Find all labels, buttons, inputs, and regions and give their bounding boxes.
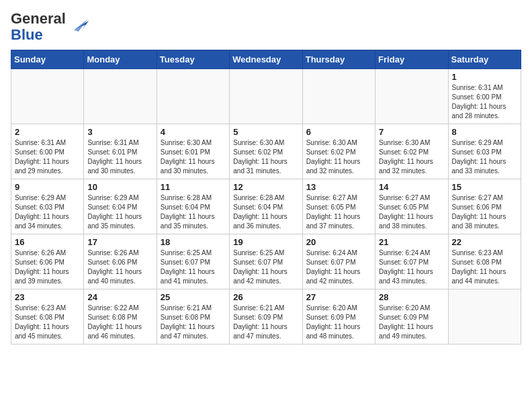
weekday-header-sunday: Sunday	[11, 50, 84, 69]
day-info: Sunrise: 6:27 AM Sunset: 6:05 PM Dayligh…	[306, 193, 371, 231]
day-number: 4	[161, 127, 226, 137]
day-number: 8	[452, 127, 517, 137]
day-info: Sunrise: 6:20 AM Sunset: 6:09 PM Dayligh…	[379, 304, 444, 341]
calendar-day-cell: 11Sunrise: 6:28 AM Sunset: 6:04 PM Dayli…	[157, 179, 229, 234]
calendar-day-cell: 4Sunrise: 6:30 AM Sunset: 6:01 PM Daylig…	[157, 124, 229, 179]
day-info: Sunrise: 6:23 AM Sunset: 6:08 PM Dayligh…	[15, 304, 80, 341]
day-info: Sunrise: 6:29 AM Sunset: 6:03 PM Dayligh…	[15, 193, 80, 231]
day-info: Sunrise: 6:25 AM Sunset: 6:07 PM Dayligh…	[161, 248, 226, 286]
day-number: 21	[379, 237, 444, 247]
calendar-day-cell: 23Sunrise: 6:23 AM Sunset: 6:08 PM Dayli…	[11, 289, 84, 345]
calendar-day-cell: 16Sunrise: 6:26 AM Sunset: 6:06 PM Dayli…	[11, 234, 84, 289]
day-info: Sunrise: 6:21 AM Sunset: 6:09 PM Dayligh…	[233, 304, 298, 341]
day-number: 5	[233, 127, 298, 137]
calendar-empty-cell	[375, 69, 448, 124]
day-number: 18	[161, 237, 226, 247]
weekday-header-saturday: Saturday	[448, 50, 521, 69]
weekday-header-tuesday: Tuesday	[157, 50, 229, 69]
calendar-day-cell: 19Sunrise: 6:25 AM Sunset: 6:07 PM Dayli…	[230, 234, 302, 289]
day-info: Sunrise: 6:28 AM Sunset: 6:04 PM Dayligh…	[233, 193, 298, 231]
day-number: 10	[87, 182, 152, 192]
day-info: Sunrise: 6:31 AM Sunset: 6:01 PM Dayligh…	[87, 138, 152, 176]
day-info: Sunrise: 6:24 AM Sunset: 6:07 PM Dayligh…	[306, 248, 371, 286]
calendar-empty-cell	[84, 69, 157, 124]
day-info: Sunrise: 6:29 AM Sunset: 6:03 PM Dayligh…	[452, 138, 517, 176]
calendar-empty-cell	[157, 69, 229, 124]
day-info: Sunrise: 6:27 AM Sunset: 6:05 PM Dayligh…	[379, 193, 444, 231]
calendar-day-cell: 7Sunrise: 6:30 AM Sunset: 6:02 PM Daylig…	[375, 124, 448, 179]
calendar-day-cell: 9Sunrise: 6:29 AM Sunset: 6:03 PM Daylig…	[11, 179, 84, 234]
calendar-table: SundayMondayTuesdayWednesdayThursdayFrid…	[11, 50, 521, 345]
day-number: 25	[161, 292, 226, 302]
calendar-day-cell: 21Sunrise: 6:24 AM Sunset: 6:07 PM Dayli…	[375, 234, 448, 289]
day-info: Sunrise: 6:28 AM Sunset: 6:04 PM Dayligh…	[161, 193, 226, 231]
day-number: 14	[379, 182, 444, 192]
calendar-day-cell: 24Sunrise: 6:22 AM Sunset: 6:08 PM Dayli…	[84, 289, 157, 345]
calendar-day-cell: 2Sunrise: 6:31 AM Sunset: 6:00 PM Daylig…	[11, 124, 84, 179]
calendar-day-cell: 17Sunrise: 6:26 AM Sunset: 6:06 PM Dayli…	[84, 234, 157, 289]
day-info: Sunrise: 6:26 AM Sunset: 6:06 PM Dayligh…	[15, 248, 80, 286]
day-info: Sunrise: 6:29 AM Sunset: 6:04 PM Dayligh…	[87, 193, 152, 231]
logo-bird-icon	[69, 15, 89, 38]
weekday-header-thursday: Thursday	[302, 50, 375, 69]
calendar-day-cell: 20Sunrise: 6:24 AM Sunset: 6:07 PM Dayli…	[302, 234, 375, 289]
day-number: 6	[306, 127, 371, 137]
day-number: 15	[452, 182, 517, 192]
calendar-day-cell: 28Sunrise: 6:20 AM Sunset: 6:09 PM Dayli…	[375, 289, 448, 345]
day-number: 17	[87, 237, 152, 247]
calendar-day-cell: 15Sunrise: 6:27 AM Sunset: 6:06 PM Dayli…	[448, 179, 521, 234]
weekday-header-wednesday: Wednesday	[230, 50, 302, 69]
day-info: Sunrise: 6:27 AM Sunset: 6:06 PM Dayligh…	[452, 193, 517, 231]
day-info: Sunrise: 6:30 AM Sunset: 6:01 PM Dayligh…	[161, 138, 226, 176]
logo: General Blue	[11, 11, 89, 43]
calendar-day-cell: 6Sunrise: 6:30 AM Sunset: 6:02 PM Daylig…	[302, 124, 375, 179]
day-number: 9	[15, 182, 80, 192]
day-info: Sunrise: 6:23 AM Sunset: 6:08 PM Dayligh…	[452, 248, 517, 286]
calendar-empty-cell	[302, 69, 375, 124]
day-info: Sunrise: 6:26 AM Sunset: 6:06 PM Dayligh…	[87, 248, 152, 286]
day-info: Sunrise: 6:25 AM Sunset: 6:07 PM Dayligh…	[233, 248, 298, 286]
day-number: 1	[452, 72, 517, 82]
calendar-day-cell: 3Sunrise: 6:31 AM Sunset: 6:01 PM Daylig…	[84, 124, 157, 179]
calendar-empty-cell	[11, 69, 84, 124]
calendar-week-row: 16Sunrise: 6:26 AM Sunset: 6:06 PM Dayli…	[11, 234, 521, 289]
day-info: Sunrise: 6:31 AM Sunset: 6:00 PM Dayligh…	[15, 138, 80, 176]
calendar-header-row: SundayMondayTuesdayWednesdayThursdayFrid…	[11, 50, 521, 69]
calendar-week-row: 23Sunrise: 6:23 AM Sunset: 6:08 PM Dayli…	[11, 289, 521, 345]
day-number: 11	[161, 182, 226, 192]
header: General Blue	[11, 11, 521, 43]
day-number: 16	[15, 237, 80, 247]
day-number: 23	[15, 292, 80, 302]
day-info: Sunrise: 6:21 AM Sunset: 6:08 PM Dayligh…	[161, 304, 226, 341]
day-number: 28	[379, 292, 444, 302]
day-info: Sunrise: 6:24 AM Sunset: 6:07 PM Dayligh…	[379, 248, 444, 286]
calendar-day-cell: 14Sunrise: 6:27 AM Sunset: 6:05 PM Dayli…	[375, 179, 448, 234]
day-number: 22	[452, 237, 517, 247]
day-number: 24	[87, 292, 152, 302]
day-number: 7	[379, 127, 444, 137]
calendar-week-row: 2Sunrise: 6:31 AM Sunset: 6:00 PM Daylig…	[11, 124, 521, 179]
calendar-day-cell: 18Sunrise: 6:25 AM Sunset: 6:07 PM Dayli…	[157, 234, 229, 289]
day-number: 13	[306, 182, 371, 192]
calendar-empty-cell	[230, 69, 302, 124]
day-number: 27	[306, 292, 371, 302]
day-info: Sunrise: 6:30 AM Sunset: 6:02 PM Dayligh…	[306, 138, 371, 176]
calendar-day-cell: 1Sunrise: 6:31 AM Sunset: 6:00 PM Daylig…	[448, 69, 521, 124]
calendar-day-cell: 27Sunrise: 6:20 AM Sunset: 6:09 PM Dayli…	[302, 289, 375, 345]
day-number: 26	[233, 292, 298, 302]
day-number: 20	[306, 237, 371, 247]
day-info: Sunrise: 6:31 AM Sunset: 6:00 PM Dayligh…	[452, 83, 517, 121]
weekday-header-monday: Monday	[84, 50, 157, 69]
day-info: Sunrise: 6:20 AM Sunset: 6:09 PM Dayligh…	[306, 304, 371, 341]
day-info: Sunrise: 6:30 AM Sunset: 6:02 PM Dayligh…	[233, 138, 298, 176]
calendar-day-cell: 25Sunrise: 6:21 AM Sunset: 6:08 PM Dayli…	[157, 289, 229, 345]
weekday-header-friday: Friday	[375, 50, 448, 69]
calendar-empty-cell	[448, 289, 521, 345]
logo-blue-text: Blue	[11, 26, 43, 43]
day-info: Sunrise: 6:22 AM Sunset: 6:08 PM Dayligh…	[87, 304, 152, 341]
calendar-day-cell: 5Sunrise: 6:30 AM Sunset: 6:02 PM Daylig…	[230, 124, 302, 179]
day-number: 2	[15, 127, 80, 137]
calendar-day-cell: 22Sunrise: 6:23 AM Sunset: 6:08 PM Dayli…	[448, 234, 521, 289]
calendar-day-cell: 8Sunrise: 6:29 AM Sunset: 6:03 PM Daylig…	[448, 124, 521, 179]
calendar-day-cell: 13Sunrise: 6:27 AM Sunset: 6:05 PM Dayli…	[302, 179, 375, 234]
